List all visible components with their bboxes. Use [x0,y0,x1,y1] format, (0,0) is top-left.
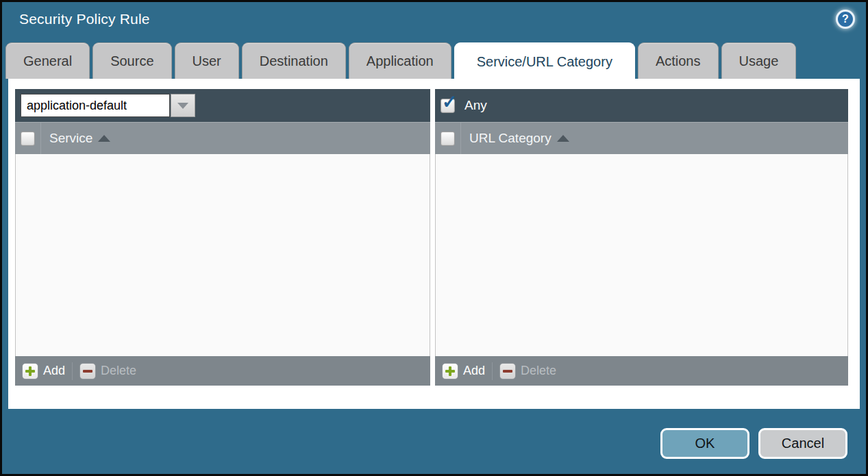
dialog-title: Security Policy Rule [19,11,150,27]
tab-content: Service Add Delete ✓ [8,79,860,409]
sort-ascending-icon [98,135,110,142]
service-panel-header [15,89,430,122]
tab-user[interactable]: User [175,42,239,79]
add-button-label: Add [43,364,65,378]
add-button-label: Add [463,364,485,378]
url-column-header[interactable]: URL Category [469,131,551,146]
security-policy-rule-dialog: Security Policy Rule ? General Source Us… [0,0,868,476]
help-icon[interactable]: ? [836,10,855,29]
checkmark-icon: ✓ [442,93,458,112]
service-delete-button[interactable]: Delete [79,363,136,379]
tab-bar: General Source User Destination Applicat… [5,42,796,79]
service-column-header-row: Service [15,122,430,154]
footer-divider [492,362,493,380]
service-panel: Service Add Delete [15,89,430,386]
url-select-all-checkbox[interactable] [441,131,455,146]
service-mode-input[interactable] [21,94,170,117]
question-mark-glyph: ? [842,14,849,25]
tab-actions[interactable]: Actions [638,42,719,79]
any-label: Any [464,98,487,113]
service-add-button[interactable]: Add [22,363,65,379]
tab-source[interactable]: Source [92,42,171,79]
delete-button-label: Delete [101,364,136,378]
service-mode-dropdown[interactable] [21,94,195,117]
sort-ascending-icon [557,135,569,142]
url-column-header-row: URL Category [435,122,848,154]
service-table-body [15,154,430,356]
service-column-header[interactable]: Service [49,131,92,146]
tab-destination[interactable]: Destination [242,42,346,79]
url-panel-footer: Add Delete [435,356,848,386]
url-table-body [435,154,848,356]
tab-service-url-category[interactable]: Service/URL Category [454,42,635,80]
url-panel-header: ✓ Any [435,89,848,122]
column-divider [40,123,41,154]
delete-minus-icon [499,363,516,379]
dialog-actions: OK Cancel [660,428,847,459]
add-plus-icon [22,363,38,379]
url-add-button[interactable]: Add [442,363,485,379]
column-divider [460,123,461,154]
tab-usage[interactable]: Usage [721,42,797,79]
tab-general[interactable]: General [5,42,90,79]
delete-minus-icon [79,363,96,379]
service-panel-footer: Add Delete [15,356,430,386]
ok-button[interactable]: OK [660,428,749,459]
delete-button-label: Delete [521,364,556,378]
service-select-all-checkbox[interactable] [21,131,35,146]
any-checkbox[interactable]: ✓ [441,99,455,113]
tab-application[interactable]: Application [349,42,451,79]
cancel-button[interactable]: Cancel [758,428,847,459]
footer-divider [72,362,73,380]
url-category-panel: ✓ Any URL Category Add Delete [435,89,848,386]
url-delete-button[interactable]: Delete [499,363,556,379]
chevron-down-icon [177,103,188,109]
add-plus-icon [442,363,458,379]
service-mode-dropdown-button[interactable] [171,94,195,117]
